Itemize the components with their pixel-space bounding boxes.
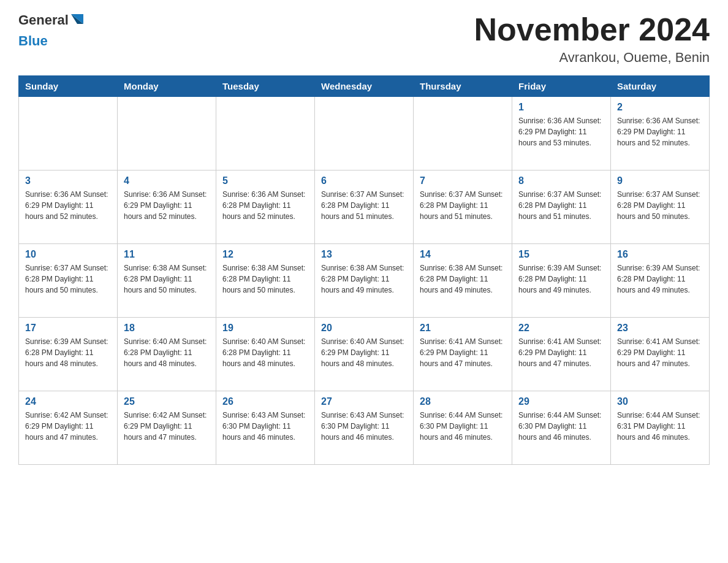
day-number: 3	[25, 175, 111, 186]
day-number: 14	[420, 249, 506, 260]
day-info: Sunrise: 6:38 AM Sunset: 6:28 PM Dayligh…	[222, 262, 308, 296]
calendar-header-row: SundayMondayTuesdayWednesdayThursdayFrid…	[19, 76, 710, 97]
day-number: 28	[420, 396, 506, 407]
day-info: Sunrise: 6:37 AM Sunset: 6:28 PM Dayligh…	[420, 189, 506, 222]
calendar-cell	[216, 97, 315, 170]
day-info: Sunrise: 6:38 AM Sunset: 6:28 PM Dayligh…	[321, 262, 407, 296]
day-info: Sunrise: 6:37 AM Sunset: 6:28 PM Dayligh…	[617, 189, 703, 222]
calendar-cell: 11Sunrise: 6:38 AM Sunset: 6:28 PM Dayli…	[118, 244, 216, 318]
day-number: 10	[25, 249, 111, 260]
calendar-week-row: 17Sunrise: 6:39 AM Sunset: 6:28 PM Dayli…	[19, 318, 710, 391]
day-number: 25	[124, 396, 210, 407]
day-info: Sunrise: 6:44 AM Sunset: 6:30 PM Dayligh…	[420, 410, 506, 443]
calendar-cell: 4Sunrise: 6:36 AM Sunset: 6:29 PM Daylig…	[118, 170, 216, 244]
calendar-cell: 14Sunrise: 6:38 AM Sunset: 6:28 PM Dayli…	[414, 244, 512, 318]
calendar-cell: 21Sunrise: 6:41 AM Sunset: 6:29 PM Dayli…	[414, 318, 512, 391]
day-number: 23	[617, 323, 703, 334]
calendar-cell: 1Sunrise: 6:36 AM Sunset: 6:29 PM Daylig…	[512, 97, 611, 170]
day-info: Sunrise: 6:36 AM Sunset: 6:29 PM Dayligh…	[25, 189, 111, 222]
day-header-thursday: Thursday	[414, 76, 512, 97]
page-header: General Blue November 2024 Avrankou, Oue…	[18, 12, 710, 66]
month-year: November 2024	[474, 12, 710, 47]
day-number: 2	[617, 102, 703, 113]
calendar-cell: 30Sunrise: 6:44 AM Sunset: 6:31 PM Dayli…	[611, 391, 710, 465]
day-info: Sunrise: 6:40 AM Sunset: 6:29 PM Dayligh…	[321, 336, 407, 369]
calendar-week-row: 24Sunrise: 6:42 AM Sunset: 6:29 PM Dayli…	[19, 391, 710, 465]
day-info: Sunrise: 6:37 AM Sunset: 6:28 PM Dayligh…	[25, 262, 111, 296]
calendar-cell: 18Sunrise: 6:40 AM Sunset: 6:28 PM Dayli…	[118, 318, 216, 391]
calendar-cell: 10Sunrise: 6:37 AM Sunset: 6:28 PM Dayli…	[19, 244, 118, 318]
calendar-cell: 2Sunrise: 6:36 AM Sunset: 6:29 PM Daylig…	[611, 97, 710, 170]
calendar-cell	[414, 97, 512, 170]
calendar-cell: 29Sunrise: 6:44 AM Sunset: 6:30 PM Dayli…	[512, 391, 611, 465]
day-info: Sunrise: 6:40 AM Sunset: 6:28 PM Dayligh…	[124, 336, 210, 369]
day-info: Sunrise: 6:37 AM Sunset: 6:28 PM Dayligh…	[321, 189, 407, 222]
day-header-saturday: Saturday	[611, 76, 710, 97]
day-info: Sunrise: 6:38 AM Sunset: 6:28 PM Dayligh…	[124, 262, 210, 296]
day-info: Sunrise: 6:43 AM Sunset: 6:30 PM Dayligh…	[321, 410, 407, 443]
calendar-cell: 5Sunrise: 6:36 AM Sunset: 6:28 PM Daylig…	[216, 170, 315, 244]
day-info: Sunrise: 6:37 AM Sunset: 6:28 PM Dayligh…	[518, 189, 604, 222]
day-number: 27	[321, 396, 407, 407]
calendar-cell: 19Sunrise: 6:40 AM Sunset: 6:28 PM Dayli…	[216, 318, 315, 391]
day-number: 21	[420, 323, 506, 334]
logo: General Blue	[18, 12, 86, 49]
day-info: Sunrise: 6:39 AM Sunset: 6:28 PM Dayligh…	[617, 262, 703, 296]
day-header-friday: Friday	[512, 76, 611, 97]
calendar-table: SundayMondayTuesdayWednesdayThursdayFrid…	[18, 75, 710, 465]
calendar-cell: 22Sunrise: 6:41 AM Sunset: 6:29 PM Dayli…	[512, 318, 611, 391]
calendar-cell: 27Sunrise: 6:43 AM Sunset: 6:30 PM Dayli…	[315, 391, 414, 465]
calendar-cell	[315, 97, 414, 170]
day-info: Sunrise: 6:41 AM Sunset: 6:29 PM Dayligh…	[420, 336, 506, 369]
calendar-cell: 12Sunrise: 6:38 AM Sunset: 6:28 PM Dayli…	[216, 244, 315, 318]
day-info: Sunrise: 6:41 AM Sunset: 6:29 PM Dayligh…	[518, 336, 604, 369]
calendar-week-row: 10Sunrise: 6:37 AM Sunset: 6:28 PM Dayli…	[19, 244, 710, 318]
day-info: Sunrise: 6:36 AM Sunset: 6:29 PM Dayligh…	[617, 115, 703, 148]
calendar-cell: 6Sunrise: 6:37 AM Sunset: 6:28 PM Daylig…	[315, 170, 414, 244]
day-number: 24	[25, 396, 111, 407]
day-number: 30	[617, 396, 703, 407]
calendar-cell	[19, 97, 118, 170]
day-number: 26	[222, 396, 308, 407]
calendar-cell: 15Sunrise: 6:39 AM Sunset: 6:28 PM Dayli…	[512, 244, 611, 318]
day-header-wednesday: Wednesday	[315, 76, 414, 97]
calendar-cell	[118, 97, 216, 170]
calendar-cell: 26Sunrise: 6:43 AM Sunset: 6:30 PM Dayli…	[216, 391, 315, 465]
calendar-cell: 9Sunrise: 6:37 AM Sunset: 6:28 PM Daylig…	[611, 170, 710, 244]
calendar-week-row: 1Sunrise: 6:36 AM Sunset: 6:29 PM Daylig…	[19, 97, 710, 170]
day-info: Sunrise: 6:36 AM Sunset: 6:29 PM Dayligh…	[518, 115, 604, 148]
day-number: 7	[420, 175, 506, 186]
day-number: 11	[124, 249, 210, 260]
day-header-tuesday: Tuesday	[216, 76, 315, 97]
day-number: 1	[518, 102, 604, 113]
calendar-cell: 16Sunrise: 6:39 AM Sunset: 6:28 PM Dayli…	[611, 244, 710, 318]
day-number: 19	[222, 323, 308, 334]
calendar-cell: 24Sunrise: 6:42 AM Sunset: 6:29 PM Dayli…	[19, 391, 118, 465]
title-block: November 2024 Avrankou, Oueme, Benin	[474, 12, 710, 66]
calendar-week-row: 3Sunrise: 6:36 AM Sunset: 6:29 PM Daylig…	[19, 170, 710, 244]
calendar-cell: 25Sunrise: 6:42 AM Sunset: 6:29 PM Dayli…	[118, 391, 216, 465]
calendar-cell: 20Sunrise: 6:40 AM Sunset: 6:29 PM Dayli…	[315, 318, 414, 391]
calendar-cell: 3Sunrise: 6:36 AM Sunset: 6:29 PM Daylig…	[19, 170, 118, 244]
day-number: 20	[321, 323, 407, 334]
day-number: 17	[25, 323, 111, 334]
day-info: Sunrise: 6:36 AM Sunset: 6:28 PM Dayligh…	[222, 189, 308, 222]
day-number: 12	[222, 249, 308, 260]
day-info: Sunrise: 6:41 AM Sunset: 6:29 PM Dayligh…	[617, 336, 703, 369]
logo-text-general: General	[18, 12, 69, 28]
logo-icon	[69, 10, 86, 28]
location: Avrankou, Oueme, Benin	[474, 50, 710, 66]
day-number: 4	[124, 175, 210, 186]
day-info: Sunrise: 6:39 AM Sunset: 6:28 PM Dayligh…	[25, 336, 111, 369]
day-info: Sunrise: 6:43 AM Sunset: 6:30 PM Dayligh…	[222, 410, 308, 443]
day-number: 15	[518, 249, 604, 260]
calendar-cell: 8Sunrise: 6:37 AM Sunset: 6:28 PM Daylig…	[512, 170, 611, 244]
day-number: 8	[518, 175, 604, 186]
calendar-cell: 7Sunrise: 6:37 AM Sunset: 6:28 PM Daylig…	[414, 170, 512, 244]
day-number: 5	[222, 175, 308, 186]
day-number: 16	[617, 249, 703, 260]
day-info: Sunrise: 6:36 AM Sunset: 6:29 PM Dayligh…	[124, 189, 210, 222]
day-info: Sunrise: 6:40 AM Sunset: 6:28 PM Dayligh…	[222, 336, 308, 369]
day-info: Sunrise: 6:42 AM Sunset: 6:29 PM Dayligh…	[124, 410, 210, 443]
calendar-cell: 17Sunrise: 6:39 AM Sunset: 6:28 PM Dayli…	[19, 318, 118, 391]
